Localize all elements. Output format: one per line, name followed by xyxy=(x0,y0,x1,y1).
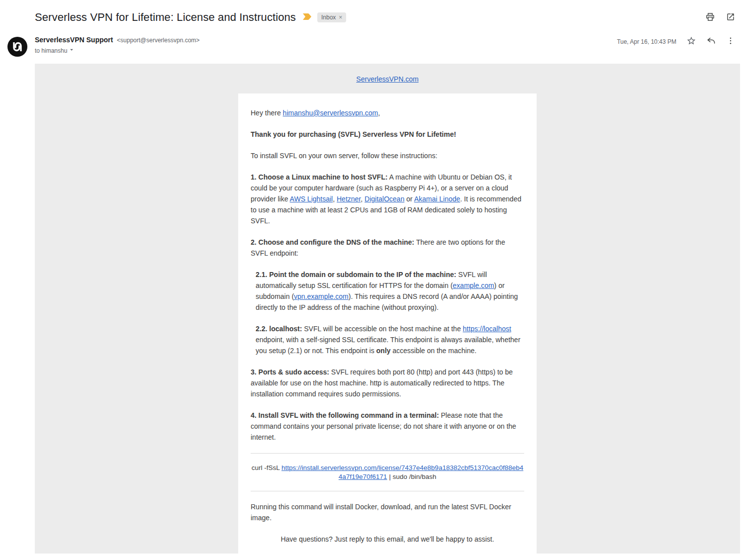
step-2-heading: 2. Choose and configure the DNS of the m… xyxy=(251,238,414,246)
inbox-label-chip[interactable]: Inbox × xyxy=(317,12,346,22)
step-2-1-heading: 2.1. Point the domain or subdomain to th… xyxy=(256,271,456,279)
header-actions xyxy=(705,12,738,23)
step-3-heading: 3. Ports & sudo access: xyxy=(251,368,329,376)
importance-marker-icon xyxy=(303,13,311,22)
step-2-2: 2.2. localhost: SVFL will be accessible … xyxy=(256,323,524,356)
akamai-linode-link[interactable]: Akamai Linode xyxy=(414,195,461,203)
greeting-suffix: , xyxy=(378,109,380,117)
install-command: curl -fSsL https://install.serverlessvpn… xyxy=(251,464,524,481)
inbox-label-text: Inbox xyxy=(321,13,336,21)
example-domain-link[interactable]: example.com xyxy=(453,281,494,289)
label-close-icon[interactable]: × xyxy=(339,13,342,21)
avatar[interactable] xyxy=(7,37,27,57)
email-content-card: Hey there himanshu@serverlessvpn.com, Th… xyxy=(238,93,537,554)
step-2-2-text: SVFL will be accessible on the host mach… xyxy=(302,325,463,333)
step-1-heading: 1. Choose a Linux machine to host SVFL: xyxy=(251,173,387,181)
star-icon xyxy=(686,36,696,47)
message-meta: Tue, Apr 16, 10:43 PM xyxy=(617,36,738,47)
greeting-line: Hey there himanshu@serverlessvpn.com, xyxy=(251,107,524,118)
intro-line: To install SVFL on your own server, foll… xyxy=(251,150,524,161)
step-1-text: or xyxy=(404,195,414,203)
greeting-text: Hey there xyxy=(251,109,283,117)
help-line: Have questions? Just reply to this email… xyxy=(251,534,524,545)
sender-line: ServerlessVPN Support <support@serverles… xyxy=(35,36,199,45)
step-2-2-text: accessible on the machine. xyxy=(390,347,476,355)
step-4: 4. Install SVFL with the following comma… xyxy=(251,410,524,443)
more-vert-icon xyxy=(726,36,735,47)
recipient-text: to himanshu xyxy=(35,47,67,55)
step-1: 1. Choose a Linux machine to host SVFL: … xyxy=(251,172,524,226)
divider xyxy=(251,491,524,491)
step-4-heading: 4. Install SVFL with the following comma… xyxy=(251,411,439,419)
reply-icon xyxy=(706,36,716,47)
recipient-email-link[interactable]: himanshu@serverlessvpn.com xyxy=(283,109,378,117)
subject-row: Serverless VPN for Lifetime: License and… xyxy=(35,10,738,25)
localhost-link[interactable]: https://localhost xyxy=(463,325,511,333)
vpn-subdomain-link[interactable]: vpn.example.com xyxy=(294,292,349,300)
sender-row: ServerlessVPN Support <support@serverles… xyxy=(35,36,738,56)
open-in-new-window-button[interactable] xyxy=(726,12,735,23)
email-banner: ServerlessVPN.com xyxy=(35,75,740,84)
gmail-message-view: Serverless VPN for Lifetime: License and… xyxy=(0,0,744,560)
step-2-2-emphasis: only xyxy=(376,347,391,355)
open-in-new-icon xyxy=(726,12,735,23)
recipient-details-toggle[interactable]: to himanshu xyxy=(35,46,199,56)
hetzner-link[interactable]: Hetzner xyxy=(337,195,361,203)
page-title: Serverless VPN for Lifetime: License and… xyxy=(35,10,296,25)
step-3: 3. Ports & sudo access: SVFL requires bo… xyxy=(251,367,524,399)
sender-name: ServerlessVPN Support xyxy=(35,36,113,44)
star-button[interactable] xyxy=(686,36,696,47)
message-date: Tue, Apr 16, 10:43 PM xyxy=(617,38,676,45)
thank-you-line: Thank you for purchasing (SVFL) Serverle… xyxy=(251,129,524,140)
chevron-down-icon xyxy=(68,46,75,56)
command-prefix: curl -fSsL xyxy=(252,464,281,471)
step-1-text: , xyxy=(361,195,365,203)
step-2: 2. Choose and configure the DNS of the m… xyxy=(251,237,524,259)
command-suffix: | sudo /bin/bash xyxy=(387,473,436,480)
print-button[interactable] xyxy=(705,12,715,23)
digitalocean-link[interactable]: DigitalOcean xyxy=(365,195,404,203)
aws-lightsail-link[interactable]: AWS Lightsail xyxy=(290,195,333,203)
divider xyxy=(251,453,524,454)
more-options-button[interactable] xyxy=(726,36,735,47)
reply-button[interactable] xyxy=(706,36,716,47)
sender-info: ServerlessVPN Support <support@serverles… xyxy=(35,36,199,56)
sender-address: <support@serverlessvpn.com> xyxy=(117,37,199,44)
message-header: Serverless VPN for Lifetime: License and… xyxy=(0,0,744,64)
step-2-1: 2.1. Point the domain or subdomain to th… xyxy=(256,269,524,313)
email-body: ServerlessVPN.com Hey there himanshu@ser… xyxy=(35,64,740,554)
step-1-text: , xyxy=(333,195,337,203)
docker-note: Running this command will install Docker… xyxy=(251,501,524,523)
printer-icon xyxy=(705,12,715,23)
step-2-2-heading: 2.2. localhost: xyxy=(256,325,302,333)
serverlessvpn-home-link[interactable]: ServerlessVPN.com xyxy=(356,75,418,83)
